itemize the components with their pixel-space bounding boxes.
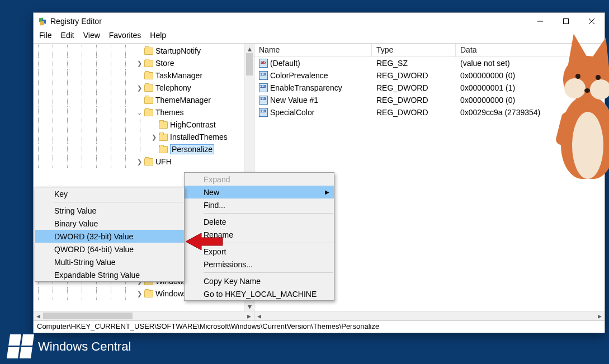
folder-icon [159,121,168,129]
tree-item[interactable]: ❯InstalledThemes [34,131,244,143]
tree-item[interactable]: TaskManager [34,69,244,82]
context-item[interactable]: New▶ [185,186,334,198]
tree-item[interactable]: ❯Telephony [34,82,244,94]
separator [204,213,333,214]
context-item[interactable]: Delete [185,215,334,228]
context-item[interactable]: Binary Value [35,217,184,230]
scroll-down-icon[interactable]: ▾ [245,301,254,311]
minimize-button[interactable] [527,13,553,30]
value-row[interactable]: EnableTransparencyREG_DWORD0x00000001 (1… [254,82,605,94]
folder-icon [144,60,153,67]
value-row[interactable]: SpecialColorREG_DWORD0x0029cc9a (2739354… [254,106,605,119]
list-header: Name Type Data [254,44,605,57]
value-row[interactable]: ColorPrevalenceREG_DWORD0x00000000 (0) [254,69,605,82]
folder-icon [159,146,168,153]
window-title: Registry Editor [50,17,102,26]
value-name: SpecialColor [270,108,314,117]
statusbar: Computer\HKEY_CURRENT_USER\SOFTWARE\Micr… [34,320,605,333]
tree-label: Store [155,59,174,68]
titlebar[interactable]: Registry Editor [34,13,605,30]
context-item: Expand [185,173,334,186]
hscroll-left-icon[interactable]: ◂ [34,311,43,320]
context-item[interactable]: Multi-String Value [35,256,184,268]
tree-hscroll-thumb[interactable] [43,313,133,319]
folder-icon [144,84,153,92]
menu-help[interactable]: Help [145,30,171,41]
tree-item[interactable]: Personalize [34,143,244,155]
branding-text: Windows Central [38,339,131,354]
menu-edit[interactable]: Edit [56,30,79,41]
context-item[interactable]: Go to HKEY_LOCAL_MACHINE [185,287,334,300]
context-item[interactable]: QWORD (64-bit) Value [35,243,184,256]
tree-label: StartupNotify [155,46,201,55]
tree-hscroll[interactable]: ◂ ▸ [34,311,254,320]
menubar: File Edit View Favorites Help [34,30,605,43]
reg-dw-icon [259,108,268,117]
context-item[interactable]: Permissions... [185,258,334,271]
tree-item[interactable]: ❯UFH [34,155,244,168]
tree-item[interactable]: StartupNotify [34,45,244,57]
reg-sz-icon [259,59,268,68]
context-item[interactable]: Key [35,187,184,200]
reg-dw-icon [259,83,268,92]
value-type: REG_DWORD [372,71,456,80]
scroll-up-icon[interactable]: ▴ [245,44,254,53]
value-row[interactable]: (Default)REG_SZ(value not set) [254,57,605,69]
window-controls [527,13,605,30]
value-name: EnableTransparency [270,83,342,92]
tree-label: UFH [155,157,172,166]
context-item[interactable]: Find... [185,198,334,211]
reg-dw-icon [259,96,268,105]
submenu-arrow-icon: ▶ [325,189,329,195]
tree-item[interactable]: ⌄Themes [34,106,244,119]
folder-icon [144,290,153,297]
windows-logo-icon [7,334,34,358]
tree-label: Telephony [155,83,191,92]
app-icon [38,17,47,26]
separator [54,202,183,202]
hscroll-right-icon[interactable]: ▸ [595,311,605,320]
tree-label: Personalize [170,144,214,154]
separator [204,272,333,273]
context-item[interactable]: Expandable String Value [35,268,184,281]
col-type[interactable]: Type [372,44,456,56]
tree-item[interactable]: HighContrast [34,119,244,131]
context-item[interactable]: String Value [35,204,184,217]
tree-toggle-icon[interactable]: ❯ [135,60,143,67]
context-item[interactable]: Copy Key Name [185,275,334,287]
tree-toggle-icon[interactable]: ❯ [135,290,143,297]
value-row[interactable]: New Value #1REG_DWORD0x00000000 (0) [254,94,605,106]
tree-toggle-icon[interactable]: ❯ [135,84,143,92]
tree-toggle-icon[interactable]: ⌄ [135,109,143,116]
scroll-thumb[interactable] [246,53,253,75]
tree-item[interactable]: ThemeManager [34,94,244,106]
fox-mascot [559,34,609,201]
tree-label: ThemeManager [155,96,211,105]
reg-dw-icon [259,71,268,80]
value-name: (Default) [270,59,300,68]
col-name[interactable]: Name [254,44,372,56]
tree-item[interactable]: ❯Store [34,57,244,69]
menu-file[interactable]: File [35,30,56,41]
list-hscroll[interactable]: ◂ ▸ [254,311,605,320]
folder-icon [159,134,168,141]
tree-label: HighContrast [170,120,216,129]
tree-label: TaskManager [155,71,202,80]
close-button[interactable] [579,13,605,30]
value-name: New Value #1 [270,96,318,105]
hscroll-left-icon[interactable]: ◂ [254,311,264,320]
hscroll-right-icon[interactable]: ▸ [244,311,254,320]
tree-toggle-icon[interactable]: ❯ [135,158,143,166]
tree-toggle-icon[interactable]: ❯ [150,134,158,141]
folder-icon [144,97,153,104]
context-menu-new[interactable]: KeyString ValueBinary ValueDWORD (32-bit… [35,187,185,282]
hscroll: ◂ ▸ ◂ ▸ [34,311,605,320]
folder-icon [144,109,153,116]
branding: Windows Central [8,334,131,358]
maximize-button[interactable] [553,13,579,30]
menu-favorites[interactable]: Favorites [105,30,146,41]
context-item[interactable]: DWORD (32-bit) Value [35,230,184,243]
tree-label: Themes [155,108,184,117]
value-name: ColorPrevalence [270,71,328,80]
menu-view[interactable]: View [79,30,105,41]
